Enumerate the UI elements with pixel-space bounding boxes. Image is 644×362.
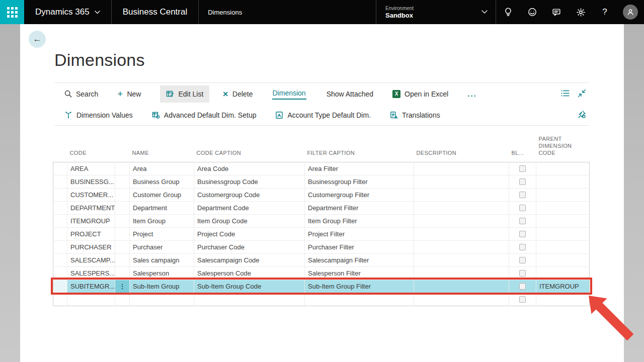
cell-parent-dimension-code[interactable] [536,201,590,214]
cell-description[interactable] [414,162,509,175]
product-home-link[interactable]: Business Central [112,0,199,24]
cell-parent-dimension-code[interactable] [536,188,590,201]
cell-code-caption[interactable]: Area Code [194,162,305,175]
cell-name[interactable]: Purchaser [130,240,194,253]
row-selector-cell[interactable] [53,214,67,227]
cell-description[interactable] [414,175,509,188]
cell-filter-caption[interactable]: Customergroup Filter [305,188,414,201]
row-selector-cell[interactable] [53,201,67,214]
dimension-values-button[interactable]: Dimension Values [64,111,133,119]
more-options-button[interactable]: ... [467,89,477,98]
row-options-cell[interactable]: ⋮ [115,280,130,293]
cell-code[interactable]: SALESCAMP... [67,253,115,266]
cell-name[interactable] [130,293,194,306]
cell-filter-caption[interactable]: Purchaser Filter [305,240,414,253]
blocked-checkbox[interactable] [519,244,526,250]
choose-view-button[interactable] [561,89,570,99]
row-options-cell[interactable]: ⋮ [115,214,130,227]
table-row[interactable]: ITEMGROUP ⋮ Item Group Item Group Code I… [53,214,590,227]
cell-name[interactable]: Area [130,162,194,175]
cell-name[interactable]: Project [130,227,194,240]
header-code-caption[interactable]: CODE CAPTION [194,130,305,162]
delete-button[interactable]: ✕ Delete [222,90,253,98]
table-row[interactable]: ⋮ [53,293,590,306]
cell-name[interactable]: Salesperson [130,266,194,280]
row-selector-cell[interactable] [53,253,67,266]
table-row[interactable]: PROJECT ⋮ Project Project Code Project F… [53,227,590,240]
table-row[interactable]: AREA ⋮ Area Area Code Area Filter [53,162,590,175]
cell-parent-dimension-code[interactable] [536,175,590,188]
blocked-checkbox[interactable] [519,165,526,172]
header-blocked[interactable]: BL... [509,130,536,162]
cell-name[interactable]: Customer Group [130,188,194,201]
cell-parent-dimension-code[interactable] [536,214,590,227]
feedback-smiley-button[interactable] [520,0,544,24]
cell-filter-caption[interactable]: Area Filter [305,162,414,175]
translations-button[interactable]: Translations [390,111,440,119]
help-button[interactable]: ? [593,0,617,24]
blocked-checkbox[interactable] [519,270,526,277]
cell-name[interactable]: Item Group [130,214,194,227]
cell-name[interactable]: Sales campaign [130,253,194,266]
cell-code-caption[interactable]: Salescampaign Code [194,253,305,266]
settings-button[interactable] [569,0,593,24]
cell-description[interactable] [414,214,509,227]
table-row[interactable]: CUSTOMER... ⋮ Customer Group Customergro… [53,188,590,201]
table-row[interactable]: SALESPERS... ⋮ Salesperson Salesperson C… [53,266,590,280]
cell-code[interactable]: SALESPERS... [67,266,115,280]
row-options-cell[interactable]: ⋮ [115,201,130,214]
table-row[interactable]: DEPARTMENT ⋮ Department Department Code … [53,201,590,214]
cell-description[interactable] [414,188,509,201]
row-options-cell[interactable]: ⋮ [115,175,130,188]
blocked-checkbox[interactable] [519,283,526,290]
cell-parent-dimension-code[interactable] [536,253,590,266]
cell-code[interactable]: SUBITEMGR... [67,280,115,293]
row-selector-cell[interactable] [53,240,67,253]
header-code[interactable]: CODE [67,130,115,162]
blocked-checkbox[interactable] [519,205,526,211]
row-selector-cell[interactable] [53,227,67,240]
cell-code-caption[interactable]: Item Group Code [194,214,305,227]
row-selector-cell[interactable] [53,280,67,293]
cell-code[interactable]: ITEMGROUP [67,214,115,227]
account-button[interactable] [617,0,644,24]
row-options-cell[interactable]: ⋮ [115,240,130,253]
cell-parent-dimension-code[interactable] [536,266,590,280]
row-selector-cell[interactable] [53,175,67,188]
table-row[interactable]: BUSINESSG... ⋮ Business Group Businessgr… [53,175,590,188]
cell-name[interactable]: Department [130,201,194,214]
tell-me-button[interactable] [496,0,520,24]
row-options-cell[interactable]: ⋮ [115,188,130,201]
cell-filter-caption[interactable]: Item Group Filter [305,214,414,227]
blocked-checkbox[interactable] [519,231,526,237]
cell-filter-caption[interactable]: Salescampaign Filter [305,253,414,266]
table-row[interactable]: SALESCAMP... ⋮ Sales campaign Salescampa… [53,253,590,266]
row-selector-cell[interactable] [53,293,67,306]
cell-code-caption[interactable]: Project Code [194,227,305,240]
cell-filter-caption[interactable]: Department Filter [305,201,414,214]
cell-description[interactable] [414,240,509,253]
cell-code[interactable]: DEPARTMENT [67,201,115,214]
header-parent-dimension-code[interactable]: PARENT DIMENSION CODE [536,130,590,162]
cell-code[interactable]: PROJECT [67,227,115,240]
account-type-default-dim-button[interactable]: Account Type Default Dim. [275,111,370,119]
unpin-actionbar-button[interactable] [578,110,586,120]
search-button[interactable]: Search [64,90,98,98]
cell-parent-dimension-code[interactable]: ITEMGROUP [536,280,590,293]
row-options-cell[interactable]: ⋮ [115,253,130,266]
row-options-cell[interactable]: ⋮ [115,162,130,175]
dynamics-365-menu[interactable]: Dynamics 365 [24,0,111,24]
row-selector-cell[interactable] [53,266,67,280]
cell-code-caption[interactable]: Department Code [194,201,305,214]
cell-description[interactable] [414,253,509,266]
row-options-cell[interactable]: ⋮ [115,266,130,280]
header-name[interactable]: NAME [130,130,194,162]
cell-code[interactable]: PURCHASER [67,240,115,253]
row-selector-cell[interactable] [53,162,67,175]
cell-description[interactable] [414,280,509,293]
cell-parent-dimension-code[interactable] [536,162,590,175]
show-attached-button[interactable]: Show Attached [327,90,373,98]
cell-code[interactable]: AREA [67,162,115,175]
open-in-excel-button[interactable]: X Open in Excel [392,90,448,98]
cell-parent-dimension-code[interactable] [536,293,590,306]
